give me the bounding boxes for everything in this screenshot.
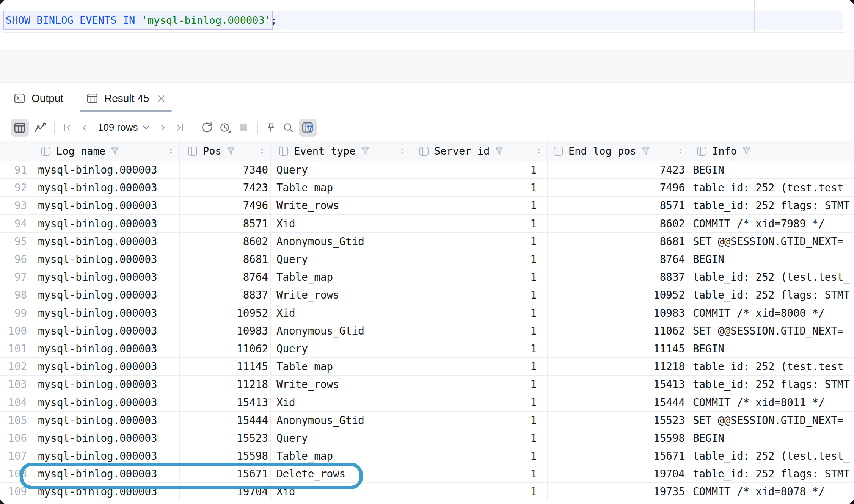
- cell-pos[interactable]: 8764: [180, 268, 271, 286]
- cell-event-type[interactable]: Query: [271, 340, 411, 357]
- cell-info[interactable]: table_id: 252 flags: STMT: [689, 465, 854, 482]
- cell-server-id[interactable]: 1: [411, 429, 548, 447]
- cell-event-type[interactable]: Xid: [271, 393, 411, 411]
- cell-pos[interactable]: 8681: [180, 250, 271, 268]
- cell-info[interactable]: COMMIT /* xid=8000 */: [689, 304, 854, 322]
- cell-log-name[interactable]: mysql-binlog.000003: [36, 322, 180, 340]
- cell-log-name[interactable]: mysql-binlog.000003: [36, 268, 180, 286]
- cell-server-id[interactable]: 1: [411, 358, 548, 375]
- cell-end-log-pos[interactable]: 8837: [548, 268, 689, 286]
- cell-pos[interactable]: 15671: [180, 465, 271, 482]
- cell-log-name[interactable]: mysql-binlog.000003: [36, 376, 180, 393]
- cell-log-name[interactable]: mysql-binlog.000003: [36, 304, 180, 322]
- cell-pos[interactable]: 11218: [180, 376, 271, 393]
- next-page-button[interactable]: [155, 119, 171, 137]
- cell-info[interactable]: table_id: 252 flags: STMT: [689, 197, 854, 214]
- cell-end-log-pos[interactable]: 11145: [548, 340, 689, 357]
- cell-event-type[interactable]: Xid: [271, 304, 411, 322]
- cell-end-log-pos[interactable]: 8571: [548, 197, 689, 214]
- cell-end-log-pos[interactable]: 15444: [548, 393, 689, 411]
- cell-info[interactable]: table_id: 252 (test.test_: [689, 268, 854, 286]
- cell-event-type[interactable]: Write_rows: [271, 197, 411, 214]
- cell-end-log-pos[interactable]: 15671: [548, 447, 689, 465]
- refresh-button[interactable]: [198, 119, 216, 137]
- column-header-event-type[interactable]: Event_type: [271, 141, 411, 161]
- cell-server-id[interactable]: 1: [411, 412, 548, 429]
- cell-log-name[interactable]: mysql-binlog.000003: [36, 358, 180, 375]
- cell-log-name[interactable]: mysql-binlog.000003: [36, 250, 180, 268]
- first-page-button[interactable]: [59, 119, 76, 137]
- cell-end-log-pos[interactable]: 10952: [548, 286, 689, 304]
- cell-log-name[interactable]: mysql-binlog.000003: [36, 286, 180, 304]
- cell-server-id[interactable]: 1: [411, 483, 548, 500]
- cell-pos[interactable]: 15598: [180, 447, 271, 465]
- cell-log-name[interactable]: mysql-binlog.000003: [36, 340, 180, 357]
- sql-statement[interactable]: SHOW BINLOG EVENTS IN 'mysql-binlog.0000…: [6, 11, 277, 30]
- cell-end-log-pos[interactable]: 15523: [548, 412, 689, 429]
- cell-info[interactable]: BEGIN: [689, 161, 854, 178]
- chart-view-button[interactable]: [31, 119, 49, 137]
- table-row[interactable]: 104mysql-binlog.00000315413Xid115444COMM…: [0, 393, 854, 411]
- cell-info[interactable]: table_id: 252 (test.test_: [689, 358, 854, 375]
- cell-end-log-pos[interactable]: 8602: [548, 215, 689, 232]
- cell-server-id[interactable]: 1: [411, 197, 548, 214]
- table-row[interactable]: 108mysql-binlog.00000315671Delete_rows11…: [0, 465, 854, 483]
- cell-event-type[interactable]: Table_map: [271, 268, 411, 286]
- sql-editor[interactable]: SHOW BINLOG EVENTS IN 'mysql-binlog.0000…: [0, 0, 854, 33]
- cell-pos[interactable]: 15444: [180, 412, 271, 429]
- cell-end-log-pos[interactable]: 8764: [548, 250, 689, 268]
- schedule-refresh-button[interactable]: [216, 119, 234, 137]
- tab-result[interactable]: Result 45: [80, 83, 172, 114]
- cell-event-type[interactable]: Write_rows: [271, 376, 411, 393]
- cell-info[interactable]: table_id: 252 flags: STMT: [689, 286, 854, 304]
- cell-event-type[interactable]: Anonymous_Gtid: [271, 322, 411, 340]
- cell-pos[interactable]: 8837: [180, 286, 271, 304]
- table-row[interactable]: 92mysql-binlog.0000037423Table_map17496t…: [0, 179, 854, 197]
- cell-info[interactable]: table_id: 252 flags: STMT: [689, 376, 854, 393]
- cell-pos[interactable]: 7423: [180, 179, 271, 196]
- cell-server-id[interactable]: 1: [411, 268, 548, 286]
- cell-event-type[interactable]: Delete_rows: [271, 465, 411, 482]
- cell-event-type[interactable]: Query: [271, 429, 411, 447]
- cell-end-log-pos[interactable]: 19735: [548, 483, 689, 500]
- table-row[interactable]: 91mysql-binlog.0000037340Query17423BEGIN: [0, 161, 854, 179]
- column-header-info[interactable]: Info: [689, 141, 854, 161]
- cell-server-id[interactable]: 1: [411, 286, 548, 304]
- cell-log-name[interactable]: mysql-binlog.000003: [36, 447, 180, 465]
- cell-end-log-pos[interactable]: 11062: [548, 322, 689, 340]
- grid-view-button[interactable]: [11, 119, 29, 137]
- cell-pos[interactable]: 11062: [180, 340, 271, 357]
- cell-server-id[interactable]: 1: [411, 215, 548, 232]
- column-header-end-log-pos[interactable]: End_log_pos: [548, 141, 689, 161]
- cell-server-id[interactable]: 1: [411, 161, 548, 178]
- pin-tab-button[interactable]: [262, 119, 279, 137]
- cell-log-name[interactable]: mysql-binlog.000003: [36, 429, 180, 447]
- cell-event-type[interactable]: Query: [271, 161, 411, 178]
- table-row[interactable]: 93mysql-binlog.0000037496Write_rows18571…: [0, 197, 854, 214]
- cell-server-id[interactable]: 1: [411, 393, 548, 411]
- cell-event-type[interactable]: Table_map: [271, 447, 411, 465]
- cell-info[interactable]: COMMIT /* xid=7989 */: [689, 215, 854, 232]
- table-row[interactable]: 102mysql-binlog.00000311145Table_map1112…: [0, 358, 854, 376]
- cell-pos[interactable]: 19704: [180, 483, 271, 500]
- cell-info[interactable]: BEGIN: [689, 250, 854, 268]
- cell-pos[interactable]: 10983: [180, 322, 271, 340]
- search-button[interactable]: [279, 119, 297, 137]
- last-page-button[interactable]: [171, 119, 188, 137]
- cell-event-type[interactable]: Xid: [271, 215, 411, 232]
- cell-server-id[interactable]: 1: [411, 304, 548, 322]
- cell-info[interactable]: SET @@SESSION.GTID_NEXT=: [689, 233, 854, 250]
- cell-end-log-pos[interactable]: 15598: [548, 429, 689, 447]
- cell-info[interactable]: table_id: 252 (test.test_: [689, 447, 854, 465]
- cell-event-type[interactable]: Anonymous_Gtid: [271, 412, 411, 429]
- cell-event-type[interactable]: Query: [271, 250, 411, 268]
- column-header-server-id[interactable]: Server_id: [411, 141, 548, 161]
- cell-pos[interactable]: 15413: [180, 393, 271, 411]
- cell-info[interactable]: table_id: 252 (test.test_: [689, 179, 854, 196]
- cell-server-id[interactable]: 1: [411, 340, 548, 357]
- cell-pos[interactable]: 11145: [180, 358, 271, 375]
- table-row[interactable]: 107mysql-binlog.00000315598Table_map1156…: [0, 447, 854, 465]
- cell-server-id[interactable]: 1: [411, 250, 548, 268]
- cell-info[interactable]: SET @@SESSION.GTID_NEXT=: [689, 412, 854, 429]
- column-header-log-name[interactable]: Log_name: [36, 141, 180, 161]
